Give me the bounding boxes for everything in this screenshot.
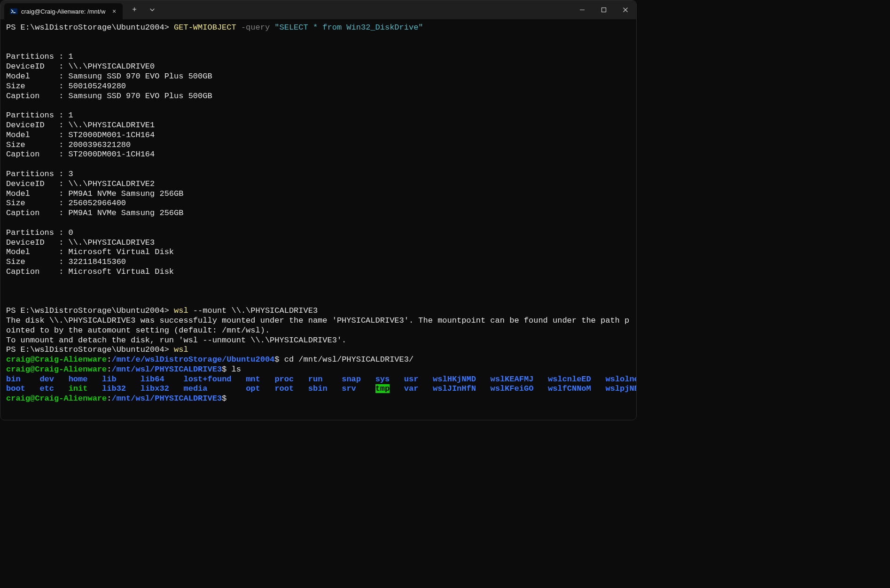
pad <box>21 375 40 384</box>
pad <box>294 384 308 393</box>
ls-entry: dev <box>39 375 54 384</box>
pad <box>117 375 141 384</box>
terminal-line: Partitions : 0 <box>6 228 631 238</box>
pad <box>87 375 102 384</box>
ls-entry: lost+found <box>184 375 232 384</box>
ls-entry: var <box>404 384 419 393</box>
drive-deviceid: DeviceID : \\.\PHYSICALDRIVE1 <box>6 121 155 130</box>
bash-path: /mnt/wsl/PHYSICALDRIVE3 <box>111 394 222 403</box>
pad <box>322 375 342 384</box>
terminal-line: Model : Samsung SSD 970 EVO Plus 500GB <box>6 72 631 82</box>
drive-model: Model : PM9A1 NVMe Samsung 256GB <box>6 189 183 198</box>
terminal-line: Size : 256052966400 <box>6 199 631 209</box>
svg-rect-3 <box>602 8 606 12</box>
drive-caption: Caption : Samsung SSD 970 EVO Plus 500GB <box>6 92 212 101</box>
drive-model: Model : Samsung SSD 970 EVO Plus 500GB <box>6 72 212 81</box>
pad <box>54 375 69 384</box>
new-tab-button[interactable]: + <box>126 2 142 18</box>
dollar: $ <box>274 355 284 364</box>
blank-line <box>6 287 631 297</box>
terminal-line: boot etc init lib32 libx32 media opt roo… <box>6 384 631 394</box>
terminal-window: craig@Craig-Alienware: /mnt/w × + PS E:\… <box>0 0 637 420</box>
drive-caption: Caption : ST2000DM001-1CH164 <box>6 150 155 159</box>
terminal-line: Caption : PM9A1 NVMe Samsung 256GB <box>6 209 631 218</box>
pad <box>390 384 404 393</box>
terminal-line: craig@Craig-Alienware:/mnt/wsl/PHYSICALD… <box>6 365 631 375</box>
blank-line <box>6 296 631 306</box>
drive-size: Size : 500105249280 <box>6 82 126 91</box>
ls-entry: proc <box>274 375 294 384</box>
tab-close-icon[interactable]: × <box>110 8 118 15</box>
colon: : <box>107 365 111 374</box>
pad <box>260 384 275 393</box>
ls-entry: etc <box>39 384 54 393</box>
drive-model: Model : ST2000DM001-1CH164 <box>6 131 155 139</box>
drive-caption: Caption : PM9A1 NVMe Samsung 256GB <box>6 209 183 217</box>
pad <box>232 375 246 384</box>
close-button[interactable] <box>615 0 636 19</box>
ls-entry: lib64 <box>141 375 164 384</box>
window-controls <box>571 0 636 19</box>
terminal-line: Size : 2000396321280 <box>6 140 631 150</box>
bash-userhost: craig@Craig-Alienware <box>6 355 107 364</box>
maximize-button[interactable] <box>593 0 615 19</box>
terminal-line: Caption : ST2000DM001-1CH164 <box>6 150 631 160</box>
pad <box>126 384 141 393</box>
terminal-line: craig@Craig-Alienware:/mnt/e/wslDistroSt… <box>6 355 631 365</box>
bash-path: /mnt/e/wslDistroStorage/Ubuntu2004 <box>111 355 274 364</box>
bash-path: /mnt/wsl/PHYSICALDRIVE3 <box>111 365 222 374</box>
pad <box>25 384 40 393</box>
ls-entry: home <box>69 375 88 384</box>
ls-entry: run <box>308 375 323 384</box>
terminal-line: DeviceID : \\.\PHYSICALDRIVE1 <box>6 121 631 131</box>
terminal-line: Partitions : 1 <box>6 52 631 62</box>
output: ointed to by the automount setting (defa… <box>6 326 270 335</box>
drive-model: Model : Microsoft Virtual Disk <box>6 248 174 256</box>
pad <box>591 384 606 393</box>
ls-entry: wslKFeiGO <box>491 384 534 393</box>
terminal-line: Model : Microsoft Virtual Disk <box>6 248 631 257</box>
pad <box>208 384 246 393</box>
ls-entry: boot <box>6 384 25 393</box>
terminal-line: Partitions : 1 <box>6 111 631 121</box>
terminal-line: Caption : Samsung SSD 970 EVO Plus 500GB <box>6 92 631 101</box>
svg-rect-0 <box>10 8 17 14</box>
tab-dropdown-button[interactable] <box>144 2 160 18</box>
pad <box>533 384 548 393</box>
terminal-line: craig@Craig-Alienware:/mnt/wsl/PHYSICALD… <box>6 394 631 404</box>
terminal-line: bin dev home lib lib64 lost+found mnt pr… <box>6 375 631 385</box>
ls-entry: libx32 <box>141 384 169 393</box>
ls-entry: sbin <box>308 384 328 393</box>
colon: : <box>107 355 111 364</box>
ls-entry: opt <box>246 384 260 393</box>
blank-line <box>6 218 631 228</box>
ls-entry: wslJInHfN <box>433 384 476 393</box>
terminal-line: DeviceID : \\.\PHYSICALDRIVE2 <box>6 179 631 189</box>
terminal-body[interactable]: PS E:\wslDistroStorage\Ubuntu2004> GET-W… <box>0 19 636 420</box>
blank-line <box>6 277 631 287</box>
blank-line <box>6 43 631 53</box>
cmd-flag: -query <box>236 23 275 32</box>
drive-size: Size : 2000396321280 <box>6 140 131 149</box>
dollar: $ <box>222 394 226 403</box>
drive-caption: Caption : Microsoft Virtual Disk <box>6 267 174 276</box>
drive-partitions: Partitions : 1 <box>6 52 73 61</box>
blank-line <box>6 33 631 43</box>
pad <box>54 384 69 393</box>
ls-entry: media <box>184 384 208 393</box>
pad <box>591 375 606 384</box>
terminal-line: Size : 322118415360 <box>6 257 631 267</box>
ls-entry: usr <box>404 375 419 384</box>
terminal-line: The disk \\.\PHYSICALDRIVE3 was successf… <box>6 316 631 326</box>
drive-deviceid: DeviceID : \\.\PHYSICALDRIVE2 <box>6 179 155 188</box>
minimize-button[interactable] <box>571 0 593 19</box>
dollar: $ <box>222 365 231 374</box>
bash-cmd: ls <box>232 365 241 374</box>
tab-active[interactable]: craig@Craig-Alienware: /mnt/w × <box>4 3 123 19</box>
powershell-icon <box>10 8 17 15</box>
terminal-line: DeviceID : \\.\PHYSICALDRIVE3 <box>6 238 631 248</box>
drive-partitions: Partitions : 0 <box>6 228 73 237</box>
ls-entry: mnt <box>246 375 260 384</box>
ls-entry: init <box>69 384 88 393</box>
drive-partitions: Partitions : 1 <box>6 111 73 120</box>
